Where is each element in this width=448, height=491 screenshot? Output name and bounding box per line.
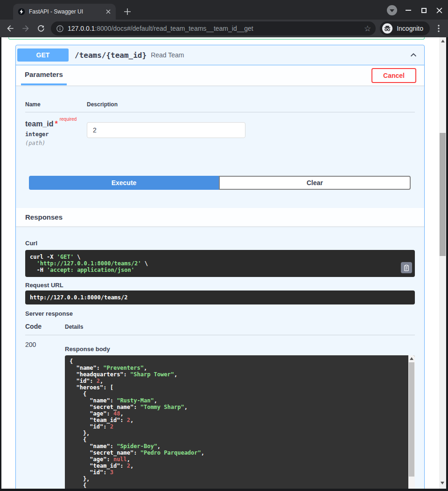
parameter-type: integer bbox=[25, 131, 87, 138]
request-url-label: Request URL bbox=[25, 282, 415, 289]
tab-close-icon[interactable] bbox=[105, 8, 112, 15]
collapse-chevron-icon[interactable] bbox=[409, 51, 418, 59]
incognito-badge: Incognito bbox=[380, 21, 430, 35]
page-scrollbar-thumb[interactable] bbox=[440, 133, 446, 256]
column-name: Name bbox=[25, 101, 87, 108]
scroll-down-icon[interactable] bbox=[441, 482, 444, 484]
address-bar[interactable]: 127.0.0.1:8000/docs#/default/read_team_t… bbox=[51, 21, 376, 35]
window-menu-button[interactable] bbox=[387, 5, 397, 15]
scroll-up-icon[interactable] bbox=[441, 40, 445, 42]
browser-menu-icon[interactable] bbox=[434, 23, 443, 34]
response-scrollbar-thumb[interactable] bbox=[409, 362, 414, 477]
maximize-button[interactable] bbox=[420, 6, 428, 14]
incognito-label: Incognito bbox=[397, 25, 423, 32]
required-asterisk: * bbox=[55, 120, 57, 128]
response-body-scrollbar[interactable] bbox=[408, 355, 415, 491]
endpoint-summary: Read Team bbox=[151, 51, 184, 59]
status-code: 200 bbox=[25, 341, 65, 491]
curl-command: curl -X 'GET' \ 'http://127.0.0.1:8000/t… bbox=[25, 250, 415, 277]
request-url-value: http://127.0.0.1:8000/teams/2 bbox=[25, 290, 415, 304]
scroll-up-icon[interactable] bbox=[410, 357, 413, 360]
method-badge: GET bbox=[17, 48, 69, 62]
clear-button[interactable]: Clear bbox=[219, 176, 411, 190]
parameters-body: Name Description team_id*required intege… bbox=[16, 101, 424, 208]
forward-icon[interactable] bbox=[20, 23, 31, 34]
column-code: Code bbox=[25, 323, 65, 330]
server-response-label: Server response bbox=[25, 310, 415, 317]
response-body: { "name": "Preventers", "headquarters": … bbox=[65, 355, 415, 491]
tab-strip: FastAPI - Swagger UI bbox=[0, 0, 448, 20]
window-controls bbox=[387, 5, 443, 16]
parameter-row: team_id*required integer (path) bbox=[25, 112, 415, 146]
parameter-meta: team_id*required integer (path) bbox=[25, 119, 87, 146]
response-row: 200 Response body { "name": "Preventers"… bbox=[25, 341, 415, 491]
parameters-tab[interactable]: Parameters bbox=[21, 65, 67, 85]
cancel-button[interactable]: Cancel bbox=[371, 68, 416, 83]
parameters-table-header: Name Description bbox=[25, 101, 415, 112]
parameter-name: team_id*required bbox=[25, 119, 87, 128]
response-table-header: Code Details bbox=[25, 323, 415, 335]
opblock-get-team: GET /teams/{team_id} Read Team Parameter… bbox=[15, 45, 425, 491]
execute-row: Execute Clear bbox=[25, 176, 415, 190]
parameters-header: Parameters Cancel bbox=[16, 65, 424, 86]
bookmark-star-icon[interactable]: ☆ bbox=[364, 25, 371, 33]
close-window-button[interactable] bbox=[435, 6, 443, 14]
parameter-location: (path) bbox=[25, 140, 87, 146]
incognito-icon bbox=[382, 23, 393, 34]
minimize-button[interactable] bbox=[404, 6, 413, 14]
endpoint-path: /teams/{team_id} bbox=[75, 51, 147, 60]
response-body-label: Response body bbox=[65, 346, 415, 353]
fastapi-favicon-icon bbox=[18, 8, 25, 15]
browser-tab[interactable]: FastAPI - Swagger UI bbox=[13, 4, 116, 20]
copy-to-clipboard-button[interactable] bbox=[401, 262, 412, 273]
page-content: GET /teams/{team_id} Read Team Parameter… bbox=[0, 37, 448, 491]
column-description: Description bbox=[87, 101, 118, 108]
browser-window: FastAPI - Swagger UI bbox=[0, 0, 448, 491]
opblock-summary[interactable]: GET /teams/{team_id} Read Team bbox=[16, 45, 424, 65]
curl-label: Curl bbox=[25, 240, 415, 247]
back-icon[interactable] bbox=[5, 23, 16, 34]
site-info-icon[interactable] bbox=[56, 25, 63, 32]
column-details: Details bbox=[65, 324, 83, 330]
browser-toolbar: 127.0.0.1:8000/docs#/default/read_team_t… bbox=[0, 20, 448, 37]
previous-endpoint-block-edge bbox=[8, 37, 425, 40]
responses-body: Curl curl -X 'GET' \ 'http://127.0.0.1:8… bbox=[16, 227, 424, 491]
responses-title: Responses bbox=[25, 213, 63, 221]
page-scrollbar[interactable] bbox=[439, 37, 446, 489]
url-text[interactable]: 127.0.0.1:8000/docs#/default/read_team_t… bbox=[68, 25, 360, 32]
tab-title: FastAPI - Swagger UI bbox=[29, 8, 105, 15]
new-tab-button[interactable] bbox=[122, 7, 133, 17]
responses-header: Responses bbox=[16, 208, 424, 227]
reload-icon[interactable] bbox=[35, 23, 47, 34]
team-id-input[interactable] bbox=[87, 122, 245, 138]
required-label: required bbox=[60, 117, 77, 122]
execute-button[interactable]: Execute bbox=[29, 176, 219, 190]
